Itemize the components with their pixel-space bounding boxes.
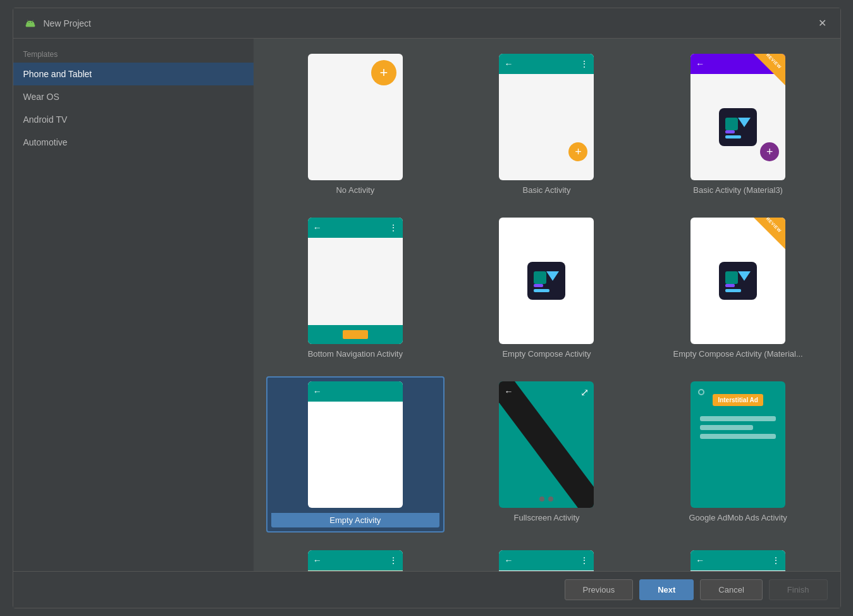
svg-rect-6 xyxy=(534,271,546,284)
overflow-menu-icon6: ⋮ xyxy=(771,555,780,565)
template-empty-compose-material[interactable]: PREVIEW Empty Compose Activity (Material… xyxy=(649,213,828,364)
template-login[interactable]: ← ⋮ → Login Activity xyxy=(457,545,636,571)
overflow-menu-icon5: ⋮ xyxy=(580,555,589,565)
templates-grid: + No Activity ← ⋮ + Basic Activity xyxy=(266,49,828,571)
template-empty-compose[interactable]: Empty Compose Activity xyxy=(457,213,636,364)
ad-lines xyxy=(700,416,776,439)
empty-activity-label: Empty Activity xyxy=(271,513,440,527)
svg-rect-11 xyxy=(725,271,738,284)
previous-button[interactable]: Previous xyxy=(565,579,634,600)
empty-activity-appbar: ← xyxy=(308,381,403,402)
sidebar-item-wear-os[interactable]: Wear OS xyxy=(13,85,254,108)
overflow-menu-icon4: ⋮ xyxy=(389,555,398,565)
fab-button: + xyxy=(568,142,587,161)
bottom-nav-bar xyxy=(308,325,403,344)
svg-rect-4 xyxy=(725,135,741,139)
login-body xyxy=(499,570,594,571)
nav-dot1 xyxy=(539,496,544,502)
fullscreen-appbar: ← xyxy=(499,381,594,402)
login-partial-preview: ← ⋮ → xyxy=(499,550,594,571)
svg-rect-3 xyxy=(725,130,735,133)
sidebar-item-automotive[interactable]: Automotive xyxy=(13,131,254,154)
next-button[interactable]: Next xyxy=(639,579,694,600)
sidebar-item-phone-tablet[interactable]: Phone and Tablet xyxy=(13,63,254,85)
basic-activity-material3-preview: ← ⋮ PREVIEW xyxy=(690,54,785,180)
compose-icon3 xyxy=(716,259,760,303)
basic-activity-material3-label: Basic Activity (Material3) xyxy=(693,185,783,195)
interstitial-badge: Interstitial Ad xyxy=(713,394,763,406)
sidebar: Templates Phone and Tablet Wear OS Andro… xyxy=(13,39,254,571)
close-button[interactable]: ✕ xyxy=(814,16,830,30)
login-appbar: ← ⋮ xyxy=(499,550,594,570)
compose-center xyxy=(524,218,568,344)
bottom-nav-indicator xyxy=(343,330,368,339)
title-bar-left: New Project xyxy=(23,16,91,30)
sidebar-item-android-tv[interactable]: Android TV xyxy=(13,108,254,131)
basic-activity-preview: ← ⋮ + xyxy=(499,54,594,180)
templates-main-content: + No Activity ← ⋮ + Basic Activity xyxy=(254,39,840,571)
sidebar-section-label: Templates xyxy=(13,45,254,63)
back-arrow-icon3: ← xyxy=(313,223,322,233)
back-arrow-icon4: ← xyxy=(313,386,322,397)
preview-badge-wrapper: PREVIEW xyxy=(754,54,785,85)
svg-rect-1 xyxy=(725,118,738,130)
template-basic-activity[interactable]: ← ⋮ + Basic Activity xyxy=(457,49,636,200)
new-project-dialog: New Project ✕ Templates Phone and Tablet… xyxy=(13,8,841,608)
compose-icon2 xyxy=(524,259,568,303)
bottom-nav-label: Bottom Navigation Activity xyxy=(308,349,403,359)
title-bar: New Project ✕ xyxy=(13,8,840,39)
content-area: Templates Phone and Tablet Wear OS Andro… xyxy=(13,39,840,571)
template-admob[interactable]: Interstitial Ad Google AdMob Ads Activit… xyxy=(649,376,828,533)
svg-rect-13 xyxy=(725,284,735,287)
back-arrow-icon6: ← xyxy=(313,555,322,565)
back-arrow-icon2: ← xyxy=(696,59,704,69)
empty-compose-material-preview: PREVIEW xyxy=(690,218,785,344)
compose-logo-container xyxy=(690,74,785,180)
finish-button[interactable]: Finish xyxy=(769,579,828,600)
fullscreen-preview: ← ⤢ xyxy=(499,381,594,508)
maps-partial-preview: ← ⋮ xyxy=(308,550,403,571)
template-bottom-nav[interactable]: ← ⋮ Bottom Navigation Activity xyxy=(266,213,445,364)
template-google-maps[interactable]: ← ⋮ Google Maps Activity xyxy=(266,545,445,571)
android-icon xyxy=(23,16,37,30)
compose-logo-icon xyxy=(716,105,760,149)
nav-drawer-body xyxy=(690,570,785,571)
bottom-footer: Previous Next Cancel Finish xyxy=(13,571,840,608)
empty-compose-preview xyxy=(499,218,594,344)
admob-dot xyxy=(698,389,704,395)
fullscreen-label: Fullscreen Activity xyxy=(513,513,579,522)
template-basic-activity-material3[interactable]: ← ⋮ PREVIEW xyxy=(649,49,828,200)
empty-compose-material-label: Empty Compose Activity (Material... xyxy=(673,349,803,359)
basic-activity-label: Basic Activity xyxy=(523,185,571,195)
dialog-title: New Project xyxy=(44,18,91,28)
admob-preview: Interstitial Ad xyxy=(690,381,785,508)
back-arrow-icon5: ← xyxy=(504,386,513,397)
svg-rect-9 xyxy=(534,289,549,292)
template-nav-drawer[interactable]: ← ⋮ Navigation Drawer Activity xyxy=(649,545,828,571)
svg-rect-8 xyxy=(534,284,543,287)
maps-bg xyxy=(308,570,403,571)
empty-activity-preview: ← xyxy=(308,381,403,508)
plus-circle-icon: + xyxy=(371,60,396,85)
basic-activity-appbar: ← ⋮ xyxy=(499,54,594,74)
nav-drawer-partial-preview: ← ⋮ xyxy=(690,550,785,571)
maps-appbar: ← ⋮ xyxy=(308,550,403,570)
template-empty-activity[interactable]: ← Empty Activity xyxy=(266,376,445,533)
ad-line1 xyxy=(700,416,776,421)
admob-label: Google AdMob Ads Activity xyxy=(689,513,787,522)
cancel-button[interactable]: Cancel xyxy=(700,579,762,600)
template-no-activity[interactable]: + No Activity xyxy=(266,49,445,200)
fab-button-purple: + xyxy=(760,142,779,161)
overflow-menu-icon: ⋮ xyxy=(580,59,589,69)
preview-badge-wrapper2: PREVIEW xyxy=(754,218,785,249)
empty-compose-label: Empty Compose Activity xyxy=(502,349,591,359)
template-fullscreen[interactable]: ← ⤢ Fullscreen Activity xyxy=(457,376,636,533)
back-arrow-icon: ← xyxy=(504,59,513,69)
bottom-nav-appbar: ← ⋮ xyxy=(308,218,403,238)
ad-line3 xyxy=(700,434,776,439)
nav-dot2 xyxy=(548,496,553,502)
bottom-nav-preview: ← ⋮ xyxy=(308,218,403,344)
expand-icon: ⤢ xyxy=(580,386,589,398)
svg-rect-14 xyxy=(725,289,741,292)
back-arrow-icon8: ← xyxy=(696,555,704,565)
